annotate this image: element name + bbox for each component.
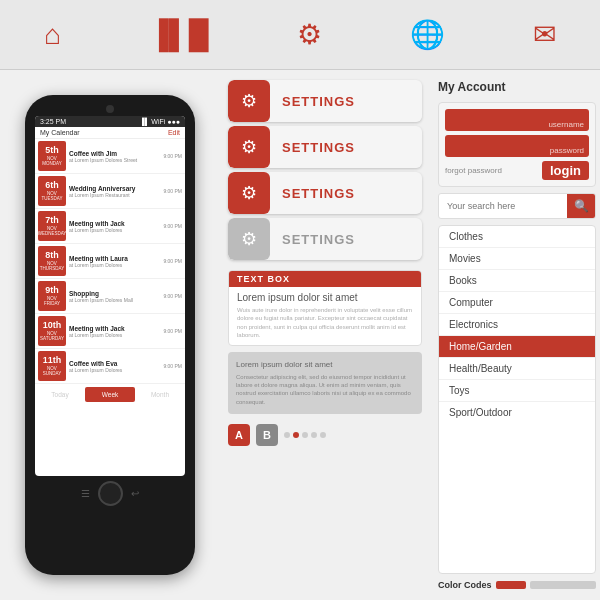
category-item-toys[interactable]: Toys	[439, 380, 595, 402]
signal-icon[interactable]: ▐▌█	[149, 19, 209, 51]
calendar-list: 5th NOV MONDAY Coffee with Jim at Lorem …	[35, 139, 185, 384]
phone-time: 3:25 PM	[40, 118, 66, 125]
phone-tab-week[interactable]: Week	[85, 387, 135, 402]
cal-event-sub: at Lorem Ipsum Dolores	[69, 332, 163, 338]
textbox-lorem: Wuis aute irure dolor in reprehenderit i…	[237, 306, 413, 340]
b-button[interactable]: B	[256, 424, 278, 446]
cal-date: 5th NOV MONDAY	[38, 141, 66, 171]
settings-button-2[interactable]: ⚙ SETTINGS	[228, 126, 422, 168]
phone-camera	[106, 105, 114, 113]
dot-indicators	[284, 432, 326, 438]
dot-1[interactable]	[284, 432, 290, 438]
cal-event-title: Coffee with Jim	[69, 150, 163, 157]
category-item-clothes[interactable]: Clothes	[439, 226, 595, 248]
login-button[interactable]: login	[542, 161, 589, 180]
settings-label: SETTINGS	[270, 218, 422, 260]
phone-status-bar: 3:25 PM ▐▌ WiFi ●●●	[35, 116, 185, 127]
cal-date: 10th NOV SATURDAY	[38, 316, 66, 346]
calendar-item[interactable]: 6th NOV TUESDAY Wedding Anniversary at L…	[35, 174, 185, 209]
dot-3[interactable]	[302, 432, 308, 438]
settings-button-4[interactable]: ⚙ SETTINGS	[228, 218, 422, 260]
phone-tab-month[interactable]: Month	[135, 387, 185, 402]
cal-event-sub: at Lorem Ipsum Dolores	[69, 227, 163, 233]
settings-button-3[interactable]: ⚙ SETTINGS	[228, 172, 422, 214]
phone-tab-bar: TodayWeekMonth	[35, 387, 185, 402]
cal-event-title: Wedding Anniversary	[69, 185, 163, 192]
phone-home-button[interactable]	[98, 481, 123, 506]
settings-label: SETTINGS	[270, 172, 422, 214]
cal-info: Shopping at Lorem Ipsum Dolores Mall	[69, 290, 163, 303]
settings-button-1[interactable]: ⚙ SETTINGS	[228, 80, 422, 122]
dot-4[interactable]	[311, 432, 317, 438]
home-icon[interactable]: ⌂	[44, 19, 61, 51]
calendar-item[interactable]: 8th NOV THURSDAY Meeting with Laura at L…	[35, 244, 185, 279]
color-bar-gray	[530, 581, 596, 589]
cal-event-sub: at Lorem Ipsum Restaurant	[69, 192, 163, 198]
category-item-movies[interactable]: Movies	[439, 248, 595, 270]
cal-event-title: Meeting with Jack	[69, 325, 163, 332]
cal-time: 9:00 PM	[163, 293, 182, 299]
search-button[interactable]: 🔍	[567, 193, 595, 219]
calendar-header: My Calendar Edit	[35, 127, 185, 139]
a-button[interactable]: A	[228, 424, 250, 446]
username-label: username	[548, 120, 584, 129]
textbox-body: Lorem ipsum dolor sit amet Wuis aute iru…	[229, 287, 421, 345]
username-field[interactable]: username	[445, 109, 589, 131]
dot-2[interactable]	[293, 432, 299, 438]
mail-icon[interactable]: ✉	[533, 18, 556, 51]
cal-event-title: Coffee with Eva	[69, 360, 163, 367]
calendar-item[interactable]: 7th NOV WEDNESDAY Meeting with Jack at L…	[35, 209, 185, 244]
settings-icon: ⚙	[228, 218, 270, 260]
category-item-health-beauty[interactable]: Health/Beauty	[439, 358, 595, 380]
top-bar: ⌂ ▐▌█ ⚙ 🌐 ✉	[0, 0, 600, 70]
cal-event-sub: at Lorem Ipsum Dolores	[69, 262, 163, 268]
cal-info: Meeting with Laura at Lorem Ipsum Dolore…	[69, 255, 163, 268]
calendar-title: My Calendar	[40, 129, 80, 136]
color-codes-label: Color Codes	[438, 580, 492, 590]
cal-event-sub: at Lorem Ipsum Dolores	[69, 367, 163, 373]
category-item-electronics[interactable]: Electronics	[439, 314, 595, 336]
phone-tab-today[interactable]: Today	[35, 387, 85, 402]
cal-date: 8th NOV THURSDAY	[38, 246, 66, 276]
phone-menu-icon[interactable]: ☰	[81, 488, 90, 499]
calendar-item[interactable]: 9th NOV FRIDAY Shopping at Lorem Ipsum D…	[35, 279, 185, 314]
phone-signal: ▐▌ WiFi ●●●	[140, 118, 181, 125]
phone-home-area: ☰ ↩	[81, 481, 139, 506]
main-area: 3:25 PM ▐▌ WiFi ●●● My Calendar Edit 5th…	[0, 70, 600, 600]
cal-info: Coffee with Jim at Lorem Ipsum Dolores S…	[69, 150, 163, 163]
category-item-home-garden[interactable]: Home/Garden	[439, 336, 595, 358]
settings-gear-icon[interactable]: ⚙	[297, 18, 322, 51]
globe-icon[interactable]: 🌐	[410, 18, 445, 51]
textbox-header: TEXT BOX	[229, 271, 421, 287]
textbox-section: TEXT BOX Lorem ipsum dolor sit amet Wuis…	[228, 270, 422, 346]
calendar-item[interactable]: 5th NOV MONDAY Coffee with Jim at Lorem …	[35, 139, 185, 174]
cal-date: 6th NOV TUESDAY	[38, 176, 66, 206]
phone-back-icon[interactable]: ↩	[131, 488, 139, 499]
cal-event-sub: at Lorem Ipsum Dolores Mall	[69, 297, 163, 303]
edit-label[interactable]: Edit	[168, 129, 180, 136]
cal-event-title: Meeting with Jack	[69, 220, 163, 227]
category-item-computer[interactable]: Computer	[439, 292, 595, 314]
calendar-item[interactable]: 10th NOV SATURDAY Meeting with Jack at L…	[35, 314, 185, 349]
cal-info: Wedding Anniversary at Lorem Ipsum Resta…	[69, 185, 163, 198]
category-item-sport-outdoor[interactable]: Sport/Outdoor	[439, 402, 595, 423]
right-section: My Account username password forgot pass…	[430, 70, 600, 600]
search-input[interactable]	[439, 201, 567, 211]
dot-5[interactable]	[320, 432, 326, 438]
phone-section: 3:25 PM ▐▌ WiFi ●●● My Calendar Edit 5th…	[0, 70, 220, 600]
cal-date: 9th NOV FRIDAY	[38, 281, 66, 311]
cal-time: 9:00 PM	[163, 328, 182, 334]
middle-section: ⚙ SETTINGS ⚙ SETTINGS ⚙ SETTINGS ⚙ SETTI…	[220, 70, 430, 600]
forgot-password-link[interactable]: forgot password	[445, 166, 502, 175]
cal-event-title: Meeting with Laura	[69, 255, 163, 262]
settings-icon: ⚙	[228, 80, 270, 122]
cal-info: Meeting with Jack at Lorem Ipsum Dolores	[69, 325, 163, 338]
textbox-title: Lorem ipsum dolor sit amet	[237, 292, 413, 303]
category-item-books[interactable]: Books	[439, 270, 595, 292]
cal-event-sub: at Lorem Ipsum Dolores Street	[69, 157, 163, 163]
calendar-item[interactable]: 11th NOV SUNDAY Coffee with Eva at Lorem…	[35, 349, 185, 384]
settings-label: SETTINGS	[270, 80, 422, 122]
cal-time: 9:00 PM	[163, 258, 182, 264]
password-field[interactable]: password	[445, 135, 589, 157]
search-box: 🔍	[438, 193, 596, 219]
